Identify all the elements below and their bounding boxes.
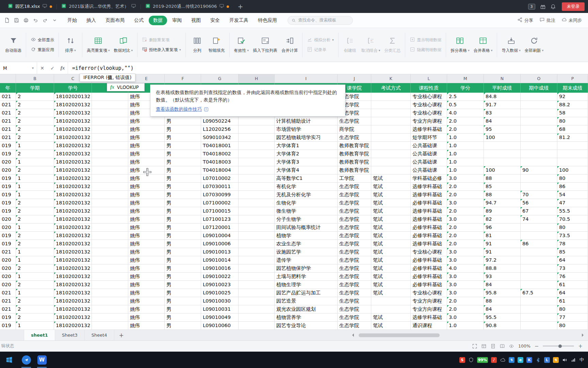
cell-M8[interactable]: 1.0 xyxy=(447,150,484,158)
cell-K22[interactable]: 笔试 xyxy=(371,264,411,272)
cell-D17[interactable] xyxy=(92,224,128,231)
cell-N29[interactable]: 90.8 xyxy=(484,322,521,329)
cell-B15[interactable]: 2 xyxy=(16,207,54,215)
gift-icon[interactable] xyxy=(540,4,546,10)
cell-A2[interactable]: 021 xyxy=(0,101,16,109)
cell-E26[interactable]: 姚伟 xyxy=(128,297,165,305)
cell-A6[interactable]: 021 xyxy=(0,134,16,141)
lightning-app-icon[interactable]: ↯ xyxy=(553,357,559,363)
cell-O10[interactable]: 90 xyxy=(521,166,557,174)
cell-L13[interactable]: 选修学科基础 xyxy=(411,191,447,199)
ribbon-button-插入下拉列表[interactable]: 插入下拉列表 xyxy=(251,34,279,56)
table-header-平时成绩[interactable]: 平时成绩 xyxy=(484,83,521,93)
cell-G16[interactable]: L07100123 xyxy=(201,215,239,223)
cell-C8[interactable]: 18102020132 xyxy=(54,150,92,158)
new-document-tab-button[interactable]: + xyxy=(233,3,247,10)
cell-L8[interactable]: 公共基础课 xyxy=(411,150,447,158)
menu-action-批注[interactable]: 批注 xyxy=(539,17,555,24)
cell-L15[interactable]: 选修学科基础 xyxy=(411,207,447,215)
new-file-icon[interactable] xyxy=(4,17,10,23)
cell-N20[interactable]: 91 xyxy=(484,248,521,256)
cell-M23[interactable]: 3.0 xyxy=(447,273,484,280)
cell-C1[interactable]: 18102020132 xyxy=(54,93,92,101)
ribbon-button-数据对比[interactable]: 数据对比▾ xyxy=(112,34,135,56)
cell-O13[interactable]: 70 xyxy=(521,191,557,199)
column-header-F[interactable]: F xyxy=(165,74,201,83)
cell-L1[interactable]: 专业核心课程 xyxy=(411,93,447,101)
cell-I18[interactable]: 植物学 xyxy=(275,232,338,240)
menu-action-未同步[interactable]: 未同步 xyxy=(561,17,582,24)
cell-O7[interactable] xyxy=(521,142,557,150)
cell-C14[interactable]: 18102020132 xyxy=(54,199,92,207)
cell-K7[interactable] xyxy=(371,142,411,150)
wps-app-icon[interactable]: W xyxy=(34,352,50,368)
cell-I13[interactable]: 无机及分析化学 xyxy=(275,191,338,199)
cell-O3[interactable] xyxy=(521,109,557,117)
ribbon-button-分列[interactable]: 分列 xyxy=(188,34,207,56)
cell-A3[interactable]: 021 xyxy=(0,109,16,117)
cell-M10[interactable]: 1.0 xyxy=(447,166,484,174)
cell-K9[interactable] xyxy=(371,158,411,166)
browser-app-icon[interactable]: e xyxy=(518,357,523,363)
cell-D16[interactable] xyxy=(92,215,128,223)
menu-tab-安全[interactable]: 安全 xyxy=(206,16,224,25)
cell-P7[interactable] xyxy=(557,142,588,150)
cell-P22[interactable]: 73 xyxy=(557,264,588,272)
cell-I12[interactable]: 有机化学 xyxy=(275,183,338,190)
cell-I10[interactable]: 大学体育4 xyxy=(275,166,338,174)
cell-O8[interactable] xyxy=(521,150,557,158)
cell-F19[interactable]: 男 xyxy=(165,240,201,248)
music-app-icon[interactable]: ♪ xyxy=(491,357,497,363)
cell-L3[interactable]: 专业核心课程 xyxy=(411,109,447,117)
cell-K17[interactable]: 笔试 xyxy=(371,224,411,231)
cell-N22[interactable]: 88.8 xyxy=(484,264,521,272)
cell-N9[interactable] xyxy=(484,158,521,166)
cell-H27[interactable] xyxy=(239,305,275,313)
cell-P24[interactable]: 61 xyxy=(557,281,588,289)
cell-F17[interactable]: 男 xyxy=(165,224,201,231)
cell-I9[interactable]: 大学体育3 xyxy=(275,158,338,166)
cell-E23[interactable]: 姚伟 xyxy=(128,273,165,280)
cell-E14[interactable]: 姚伟 xyxy=(128,199,165,207)
cell-L17[interactable]: 必修学科基础 xyxy=(411,224,447,231)
cell-J11[interactable]: 工学院 xyxy=(338,174,371,182)
cell-L23[interactable]: 必修学科基础 xyxy=(411,273,447,280)
cell-F22[interactable]: 男 xyxy=(165,264,201,272)
cell-O26[interactable] xyxy=(521,297,557,305)
cell-O14[interactable]: 56 xyxy=(521,199,557,207)
cell-C19[interactable]: 18102020132 xyxy=(54,240,92,248)
cell-L5[interactable]: 选修学科基础 xyxy=(411,125,447,133)
cell-N14[interactable]: 94.7 xyxy=(484,199,521,207)
cell-J22[interactable]: 生态学院 xyxy=(338,264,371,272)
cell-H12[interactable] xyxy=(239,183,275,190)
cell-P1[interactable]: 92 xyxy=(557,93,588,101)
command-search-box[interactable]: 查找命令、搜索模板 xyxy=(288,16,353,25)
cell-E17[interactable]: 姚伟 xyxy=(128,224,165,231)
cell-G22[interactable]: L09010016 xyxy=(201,264,239,272)
cell-L18[interactable]: 必修学科基础 xyxy=(411,232,447,240)
cell-B8[interactable]: 2 xyxy=(16,150,54,158)
cell-I28[interactable]: 植物营养学 xyxy=(275,313,338,321)
cell-M21[interactable]: 3.0 xyxy=(447,256,484,264)
cell-A22[interactable]: 020 xyxy=(0,264,16,272)
ribbon-button-全部刷新[interactable]: 全部刷新▾ xyxy=(523,34,546,56)
insert-function-button[interactable]: fx xyxy=(58,65,68,71)
cell-C16[interactable]: 18102020132 xyxy=(54,215,92,223)
cell-M9[interactable]: 1.0 xyxy=(447,158,484,166)
cell-G6[interactable]: S09010342 xyxy=(201,134,239,141)
ribbon-button-记录单[interactable]: 记录单 xyxy=(307,47,334,53)
ribbon-button-全部显示[interactable]: 全部显示 xyxy=(31,37,54,43)
cell-E18[interactable]: 姚伟 xyxy=(128,232,165,240)
cell-H28[interactable] xyxy=(239,313,275,321)
cell-B5[interactable]: 2 xyxy=(16,125,54,133)
cell-K16[interactable]: 笔试 xyxy=(371,215,411,223)
cell-D15[interactable] xyxy=(92,207,128,215)
cell-P9[interactable] xyxy=(557,158,588,166)
cell-P6[interactable]: 81.2 xyxy=(557,134,588,141)
cell-B11[interactable]: 1 xyxy=(16,174,54,182)
name-box-caret-icon[interactable]: ▾ xyxy=(32,66,34,70)
ribbon-button-合并计算[interactable]: 合并计算 xyxy=(279,34,300,56)
cell-O29[interactable] xyxy=(521,322,557,329)
cell-L12[interactable]: 选修学科基础 xyxy=(411,183,447,190)
cell-E15[interactable]: 姚伟 xyxy=(128,207,165,215)
